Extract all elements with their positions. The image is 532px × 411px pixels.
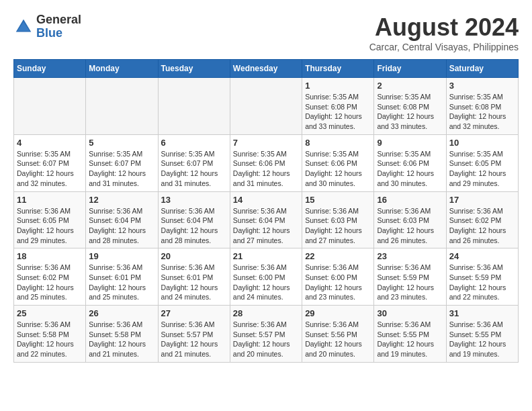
day-info: Sunrise: 5:36 AM Sunset: 6:02 PM Dayligh… — [449, 206, 515, 246]
day-info: Sunrise: 5:36 AM Sunset: 5:57 PM Dayligh… — [161, 320, 227, 359]
calendar-cell: 22Sunrise: 5:36 AM Sunset: 6:00 PM Dayli… — [302, 248, 374, 306]
calendar-header-tuesday: Tuesday — [158, 60, 230, 78]
day-info: Sunrise: 5:36 AM Sunset: 6:04 PM Dayligh… — [89, 206, 154, 246]
day-number: 17 — [449, 195, 515, 205]
calendar-cell: 6Sunrise: 5:35 AM Sunset: 6:07 PM Daylig… — [158, 134, 230, 191]
calendar-cell: 16Sunrise: 5:36 AM Sunset: 6:03 PM Dayli… — [374, 191, 446, 248]
calendar-cell: 4Sunrise: 5:35 AM Sunset: 6:07 PM Daylig… — [14, 134, 86, 191]
calendar-cell: 25Sunrise: 5:36 AM Sunset: 5:58 PM Dayli… — [14, 306, 86, 363]
day-number: 5 — [89, 138, 154, 148]
day-number: 24 — [449, 251, 515, 261]
calendar-cell: 24Sunrise: 5:36 AM Sunset: 5:59 PM Dayli… — [446, 248, 518, 306]
calendar-header-friday: Friday — [374, 60, 446, 78]
calendar-week-row: 4Sunrise: 5:35 AM Sunset: 6:07 PM Daylig… — [14, 134, 519, 191]
calendar-cell: 8Sunrise: 5:35 AM Sunset: 6:06 PM Daylig… — [302, 134, 374, 191]
day-number: 23 — [377, 251, 443, 261]
day-info: Sunrise: 5:36 AM Sunset: 5:58 PM Dayligh… — [89, 320, 154, 359]
calendar-cell: 20Sunrise: 5:36 AM Sunset: 6:01 PM Dayli… — [158, 248, 230, 306]
day-info: Sunrise: 5:36 AM Sunset: 6:00 PM Dayligh… — [305, 263, 371, 302]
day-number: 20 — [161, 251, 227, 261]
location-text: Carcar, Central Visayas, Philippines — [369, 42, 519, 52]
day-info: Sunrise: 5:36 AM Sunset: 6:03 PM Dayligh… — [305, 206, 371, 246]
page-header: General Blue August 2024 Carcar, Central… — [13, 13, 519, 52]
calendar-cell: 2Sunrise: 5:35 AM Sunset: 6:08 PM Daylig… — [374, 78, 446, 135]
calendar-cell: 18Sunrise: 5:36 AM Sunset: 6:02 PM Dayli… — [14, 248, 86, 306]
day-number: 12 — [89, 195, 154, 205]
day-info: Sunrise: 5:36 AM Sunset: 5:55 PM Dayligh… — [449, 320, 515, 359]
calendar-cell: 3Sunrise: 5:35 AM Sunset: 6:08 PM Daylig… — [446, 78, 518, 135]
day-info: Sunrise: 5:35 AM Sunset: 6:08 PM Dayligh… — [377, 92, 443, 132]
day-number: 22 — [305, 251, 371, 261]
calendar-week-row: 1Sunrise: 5:35 AM Sunset: 6:08 PM Daylig… — [14, 78, 519, 135]
calendar-table: SundayMondayTuesdayWednesdayThursdayFrid… — [13, 59, 519, 363]
day-info: Sunrise: 5:35 AM Sunset: 6:06 PM Dayligh… — [377, 149, 443, 189]
day-info: Sunrise: 5:36 AM Sunset: 6:04 PM Dayligh… — [161, 206, 227, 246]
day-number: 8 — [305, 138, 371, 148]
calendar-header-sunday: Sunday — [14, 60, 86, 78]
calendar-header-monday: Monday — [86, 60, 158, 78]
calendar-week-row: 11Sunrise: 5:36 AM Sunset: 6:05 PM Dayli… — [14, 191, 519, 248]
calendar-cell: 10Sunrise: 5:35 AM Sunset: 6:05 PM Dayli… — [446, 134, 518, 191]
calendar-cell: 1Sunrise: 5:35 AM Sunset: 6:08 PM Daylig… — [302, 78, 374, 135]
calendar-header-wednesday: Wednesday — [230, 60, 302, 78]
calendar-cell — [86, 78, 158, 135]
day-number: 16 — [377, 195, 443, 205]
calendar-header-thursday: Thursday — [302, 60, 374, 78]
day-number: 30 — [377, 308, 443, 318]
calendar-header-saturday: Saturday — [446, 60, 518, 78]
calendar-cell: 31Sunrise: 5:36 AM Sunset: 5:55 PM Dayli… — [446, 306, 518, 363]
calendar-cell: 28Sunrise: 5:36 AM Sunset: 5:57 PM Dayli… — [230, 306, 302, 363]
day-number: 29 — [305, 308, 371, 318]
day-info: Sunrise: 5:36 AM Sunset: 6:05 PM Dayligh… — [17, 206, 83, 246]
calendar-cell: 13Sunrise: 5:36 AM Sunset: 6:04 PM Dayli… — [158, 191, 230, 248]
calendar-cell: 5Sunrise: 5:35 AM Sunset: 6:07 PM Daylig… — [86, 134, 158, 191]
day-info: Sunrise: 5:36 AM Sunset: 5:57 PM Dayligh… — [233, 320, 299, 359]
day-number: 28 — [233, 308, 299, 318]
day-info: Sunrise: 5:36 AM Sunset: 5:58 PM Dayligh… — [17, 320, 83, 359]
calendar-week-row: 18Sunrise: 5:36 AM Sunset: 6:02 PM Dayli… — [14, 248, 519, 306]
day-info: Sunrise: 5:35 AM Sunset: 6:07 PM Dayligh… — [161, 149, 227, 189]
day-info: Sunrise: 5:36 AM Sunset: 6:03 PM Dayligh… — [377, 206, 443, 246]
day-info: Sunrise: 5:35 AM Sunset: 6:08 PM Dayligh… — [305, 92, 371, 132]
calendar-cell: 7Sunrise: 5:35 AM Sunset: 6:06 PM Daylig… — [230, 134, 302, 191]
calendar-cell — [230, 78, 302, 135]
day-number: 14 — [233, 195, 299, 205]
day-info: Sunrise: 5:35 AM Sunset: 6:05 PM Dayligh… — [449, 149, 515, 189]
day-info: Sunrise: 5:36 AM Sunset: 6:01 PM Dayligh… — [89, 263, 154, 302]
calendar-cell: 29Sunrise: 5:36 AM Sunset: 5:56 PM Dayli… — [302, 306, 374, 363]
day-number: 21 — [233, 251, 299, 261]
day-number: 7 — [233, 138, 299, 148]
day-info: Sunrise: 5:36 AM Sunset: 5:56 PM Dayligh… — [305, 320, 371, 359]
calendar-cell: 30Sunrise: 5:36 AM Sunset: 5:55 PM Dayli… — [374, 306, 446, 363]
calendar-cell: 21Sunrise: 5:36 AM Sunset: 6:00 PM Dayli… — [230, 248, 302, 306]
day-number: 15 — [305, 195, 371, 205]
calendar-cell — [14, 78, 86, 135]
day-info: Sunrise: 5:36 AM Sunset: 6:04 PM Dayligh… — [233, 206, 299, 246]
calendar-week-row: 25Sunrise: 5:36 AM Sunset: 5:58 PM Dayli… — [14, 306, 519, 363]
logo-icon — [13, 17, 34, 37]
day-number: 9 — [377, 138, 443, 148]
day-number: 26 — [89, 308, 154, 318]
day-number: 27 — [161, 308, 227, 318]
day-number: 10 — [449, 138, 515, 148]
day-number: 4 — [17, 138, 83, 148]
day-info: Sunrise: 5:36 AM Sunset: 6:00 PM Dayligh… — [233, 263, 299, 302]
day-number: 11 — [17, 195, 83, 205]
logo: General Blue — [13, 13, 81, 40]
calendar-cell: 14Sunrise: 5:36 AM Sunset: 6:04 PM Dayli… — [230, 191, 302, 248]
day-info: Sunrise: 5:35 AM Sunset: 6:07 PM Dayligh… — [89, 149, 154, 189]
calendar-cell: 15Sunrise: 5:36 AM Sunset: 6:03 PM Dayli… — [302, 191, 374, 248]
day-number: 6 — [161, 138, 227, 148]
day-info: Sunrise: 5:35 AM Sunset: 6:06 PM Dayligh… — [233, 149, 299, 189]
month-title: August 2024 — [369, 13, 519, 42]
day-info: Sunrise: 5:36 AM Sunset: 6:02 PM Dayligh… — [17, 263, 83, 302]
calendar-cell — [158, 78, 230, 135]
day-info: Sunrise: 5:36 AM Sunset: 5:55 PM Dayligh… — [377, 320, 443, 359]
day-number: 19 — [89, 251, 154, 261]
day-info: Sunrise: 5:35 AM Sunset: 6:07 PM Dayligh… — [17, 149, 83, 189]
day-info: Sunrise: 5:36 AM Sunset: 5:59 PM Dayligh… — [449, 263, 515, 302]
calendar-cell: 19Sunrise: 5:36 AM Sunset: 6:01 PM Dayli… — [86, 248, 158, 306]
calendar-cell: 12Sunrise: 5:36 AM Sunset: 6:04 PM Dayli… — [86, 191, 158, 248]
logo-blue-text: Blue — [36, 27, 81, 40]
day-number: 18 — [17, 251, 83, 261]
